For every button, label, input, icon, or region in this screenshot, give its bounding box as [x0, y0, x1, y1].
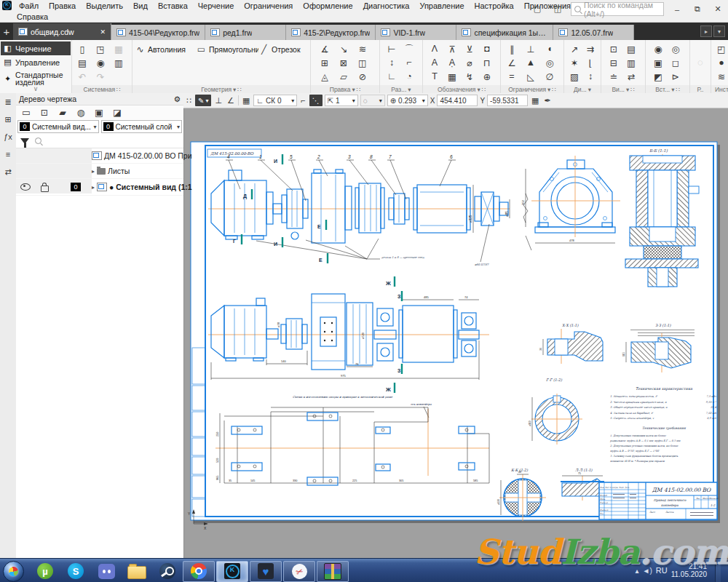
drawing-area[interactable]: .bl{stroke:#1b7fe0;fill:none;stroke-widt… — [183, 108, 728, 559]
corner-icon[interactable]: ⌐ — [299, 96, 306, 105]
style-picker-icon[interactable]: ✒ — [542, 96, 552, 105]
tab-list-icon[interactable]: ▾ — [713, 25, 725, 37]
minimize-button[interactable]: – — [670, 5, 684, 14]
notation-tool-icon[interactable]: Λ — [427, 42, 443, 55]
razm-tool-icon[interactable]: ⊢ — [384, 42, 400, 55]
zoom-mode-select[interactable]: ◌ ▾ — [360, 95, 385, 106]
diagnostic-tool-icon[interactable]: ✶ — [566, 56, 582, 69]
menu-insert[interactable]: Вставка — [153, 1, 193, 11]
window-layout-icon[interactable]: ▢ — [530, 4, 545, 14]
panel-switch-icon[interactable]: ⇄ — [1, 166, 15, 178]
save-as-icon[interactable]: ▥ — [111, 56, 127, 69]
tree-toolbar-icon[interactable]: ◍ — [73, 106, 89, 119]
panel-switch-icon[interactable]: ≣ — [1, 96, 15, 108]
menu-format[interactable]: Оформление — [298, 1, 357, 11]
drag-handle-icon[interactable]: ∷ — [185, 96, 193, 105]
constraint-tool-icon[interactable]: ◖ — [542, 42, 558, 55]
print-icon[interactable]: ▤ — [74, 56, 90, 69]
diagnostic-tool-icon[interactable]: ▨ — [566, 70, 582, 83]
tool-segment[interactable]: ╱Отрезок — [258, 42, 308, 57]
instrument-tool-icon[interactable]: ◰ — [713, 42, 728, 55]
tree-search-icon[interactable] — [35, 137, 41, 144]
view-tool-icon[interactable]: ⇄ — [623, 70, 639, 83]
notation-tool-icon[interactable]: ⊻ — [462, 42, 478, 55]
drawing-canvas[interactable]: .bl{stroke:#1b7fe0;fill:none;stroke-widt… — [183, 108, 728, 559]
taskbar-discord[interactable] — [91, 562, 122, 581]
coordinate-system-select[interactable]: ∟ СК 0 ▾ — [253, 95, 297, 106]
taskbar-explorer[interactable] — [122, 562, 152, 581]
razm-tool-icon[interactable]: ⌐ — [401, 56, 417, 69]
style-pen-button[interactable]: ✎ ▾ — [195, 95, 211, 106]
insert-tool-icon[interactable]: ◎ — [668, 42, 684, 55]
view-tool-icon[interactable]: ▥ — [623, 56, 639, 69]
undo-icon[interactable]: ↶ — [74, 70, 90, 83]
view-tool-icon[interactable]: ▤ — [623, 42, 639, 55]
menu-select[interactable]: Выделить — [81, 1, 128, 11]
tab-specification[interactable]: спецификация 1ый... — [456, 25, 553, 40]
view-tool-icon[interactable]: ⊟ — [606, 56, 622, 69]
diagnostic-tool-icon[interactable]: ⇉ — [582, 42, 598, 55]
tab-red1[interactable]: ред1.frw — [205, 25, 286, 40]
drag-handle-icon[interactable]: ∷ — [357, 86, 360, 93]
notation-tool-icon[interactable]: Ạ — [444, 56, 460, 69]
volume-icon[interactable]: ◄) — [643, 567, 652, 575]
visibility-eye-icon[interactable] — [20, 183, 31, 191]
taskbar-skype[interactable]: S — [60, 562, 91, 581]
panel-switch-icon[interactable]: ≡ — [1, 148, 15, 160]
insert-tool-icon[interactable]: ◩ — [650, 70, 666, 83]
ortho-icon[interactable]: ⊥ — [213, 96, 223, 105]
command-search-input[interactable]: Поиск по командам (Alt+/) — [571, 2, 664, 16]
edit-tool-icon[interactable]: ≋ — [355, 42, 371, 55]
expand-arrow-icon[interactable]: ▾ — [477, 86, 480, 93]
edit-tool-icon[interactable]: ∡ — [317, 42, 333, 55]
snaps-toggle[interactable]: ⋱ — [309, 95, 323, 106]
gear-icon[interactable]: ⚙ — [174, 95, 181, 103]
insert-tool-icon[interactable]: ◻ — [668, 56, 684, 69]
taskbar-kompas-active[interactable]: K — [216, 561, 248, 582]
notation-tool-icon[interactable]: T — [427, 70, 443, 83]
edit-tool-icon[interactable]: ◫ — [355, 56, 371, 69]
menu-edit[interactable]: Правка — [44, 1, 81, 11]
notation-tool-icon[interactable]: ⊼ — [444, 42, 460, 55]
expand-arrow-icon[interactable]: ▾ — [233, 86, 236, 93]
edit-tool-icon[interactable]: ⊞ — [317, 56, 333, 69]
instrument-tool-icon[interactable]: ≋ — [713, 70, 728, 83]
show-desktop-button[interactable] — [715, 559, 721, 582]
drag-handle-icon[interactable]: ∷ — [552, 86, 555, 93]
taskbar-steam[interactable] — [152, 562, 183, 581]
show-hidden-icons[interactable]: ▴ — [636, 567, 639, 575]
nav-collapse-icon[interactable]: ∨ — [0, 85, 71, 93]
diagnostic-tool-icon[interactable]: ⌊ — [582, 56, 598, 69]
insert-tool-icon[interactable]: ▣ — [650, 56, 666, 69]
panel-switch-icon[interactable]: ⊞ — [1, 113, 15, 125]
menu-constraints[interactable]: Ограничения — [239, 1, 298, 11]
edit-tool-icon[interactable]: ▱ — [336, 70, 352, 83]
notation-tool-icon[interactable]: ⊕ — [479, 70, 495, 83]
y-coordinate-field[interactable]: -59.5331 — [487, 95, 528, 106]
save-icon[interactable]: ▦ — [111, 42, 127, 55]
constraint-tool-icon[interactable]: ◎ — [542, 56, 558, 69]
lock-icon[interactable] — [41, 186, 49, 192]
menu-settings[interactable]: Настройка — [470, 1, 519, 11]
menu-view[interactable]: Вид — [128, 1, 153, 11]
language-indicator[interactable]: RU — [656, 566, 668, 575]
tree-toolbar-icon[interactable]: ▣ — [91, 106, 107, 119]
menu-draw[interactable]: Черчение — [193, 1, 240, 11]
view-tool-icon[interactable]: ≐ — [606, 70, 622, 83]
drag-handle-icon[interactable]: ∷ — [630, 86, 634, 93]
tab-415-2-reduktor[interactable]: 415-2\Редуктор.frw — [286, 25, 376, 40]
constraint-tool-icon[interactable]: ∅ — [542, 70, 558, 83]
edit-tool-icon[interactable]: ⊠ — [336, 56, 352, 69]
menu-diagnostics[interactable]: Диагностика — [358, 1, 415, 11]
layer-select[interactable]: ⇱ 1 ▾ — [325, 95, 358, 106]
expand-arrow-icon[interactable]: ▾ — [547, 86, 550, 93]
constraint-tool-icon[interactable]: ∥ — [504, 42, 520, 55]
start-button[interactable] — [3, 561, 24, 582]
expand-arrow-icon[interactable]: ▾ — [408, 86, 411, 93]
nav-drawing[interactable]: ◧ Черчение — [1, 41, 71, 55]
tab-close-icon[interactable]: ✕ — [100, 28, 106, 36]
restore-button[interactable]: ⧉ — [690, 4, 705, 14]
tab-obshvid[interactable]: общвид.cdw ✕ — [13, 23, 111, 40]
taskbar-chrome[interactable] — [183, 561, 215, 582]
edit-tool-icon[interactable]: ◬ — [317, 70, 333, 83]
